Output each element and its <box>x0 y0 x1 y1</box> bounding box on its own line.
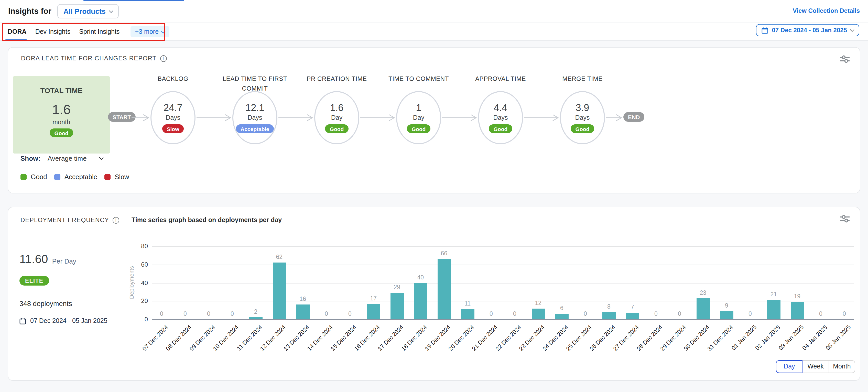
deployment-card-title: DEPLOYMENT FREQUENCY i <box>21 216 119 223</box>
gridline <box>152 301 854 302</box>
x-axis-tick-label: 25 Dec 2024 <box>545 324 593 372</box>
deployment-bar <box>720 311 733 319</box>
bar-value-label: 0 <box>503 311 526 317</box>
info-icon[interactable]: i <box>113 217 119 223</box>
granularity-day-button[interactable]: Day <box>776 360 803 373</box>
x-axis-tick-label: 10 Dec 2024 <box>192 324 240 372</box>
tab-dev-insights[interactable]: Dev Insights <box>35 28 71 35</box>
stage-unit: Day <box>413 114 424 121</box>
x-axis-tick-label: 17 Dec 2024 <box>357 324 405 372</box>
bar-value-label: 23 <box>692 290 714 296</box>
legend-swatch <box>54 174 60 180</box>
x-axis-tick-label: 31 Dec 2024 <box>686 324 734 372</box>
stage-circle: 3.9DaysGood <box>560 91 605 144</box>
bar-value-label: 17 <box>362 295 384 301</box>
x-axis-tick-label: 09 Dec 2024 <box>168 324 216 372</box>
view-collection-details-link[interactable]: View Collection Details <box>793 7 860 14</box>
stage-status-badge: Good <box>325 124 348 133</box>
stage-circle: 12.1DaysAcceptable <box>232 91 277 144</box>
stage-value: 1.6 <box>330 102 344 114</box>
status-legend: GoodAcceptableSlow <box>21 173 129 181</box>
deployment-bar <box>414 283 427 319</box>
stage-unit: Days <box>493 114 508 121</box>
show-metric-dropdown[interactable]: Show: Average time <box>21 155 103 162</box>
chart-settings-icon[interactable] <box>840 215 849 225</box>
bar-value-label: 0 <box>574 311 596 317</box>
tab-dora[interactable]: DORA <box>8 28 27 35</box>
stage-unit: Days <box>248 114 262 121</box>
performance-tier-badge: ELITE <box>20 276 49 285</box>
x-axis-tick-label: 22 Dec 2024 <box>474 324 522 372</box>
x-axis-tick-label: 28 Dec 2024 <box>616 324 663 372</box>
deployment-title-text: DEPLOYMENT FREQUENCY <box>21 216 109 223</box>
more-tabs-dropdown[interactable]: +3 more <box>130 26 169 37</box>
granularity-week-button[interactable]: Week <box>802 360 829 373</box>
total-time-status-badge: Good <box>50 128 73 137</box>
chevron-down-icon <box>850 27 855 32</box>
total-time-label: TOTAL TIME <box>13 87 110 95</box>
legend-swatch <box>21 174 27 180</box>
flow-arrow <box>278 114 313 122</box>
bar-value-label: 19 <box>786 293 808 299</box>
flow-arrow <box>196 114 231 122</box>
stage-status-badge: Slow <box>162 124 184 133</box>
chart-settings-icon[interactable] <box>840 55 849 65</box>
top-bar: Insights for All Products View Collectio… <box>0 0 868 23</box>
info-icon[interactable]: i <box>160 55 166 62</box>
deployment-bar <box>790 302 804 319</box>
deployment-rate-unit: Per Day <box>52 258 76 265</box>
x-axis-tick-label: 15 Dec 2024 <box>310 324 358 372</box>
x-axis-tick-label: 01 Jan 2025 <box>710 324 758 372</box>
bar-value-label: 0 <box>809 311 832 317</box>
deployment-date-range: 07 Dec 2024 - 05 Jan 2025 <box>20 317 107 325</box>
stage-status-badge: Good <box>407 124 430 133</box>
stage-value: 24.7 <box>163 102 182 114</box>
deployment-bar <box>461 309 474 319</box>
deployment-bar <box>767 300 780 319</box>
bar-value-label: 21 <box>762 292 785 298</box>
legend-item: Slow <box>104 173 129 181</box>
active-tab-underline <box>5 39 27 41</box>
stage-name: MERGE TIME <box>544 74 621 84</box>
product-selector-dropdown[interactable]: All Products <box>57 4 119 19</box>
deployment-bar <box>273 263 286 319</box>
stage-value: 3.9 <box>576 102 589 114</box>
deployment-bar <box>626 313 639 319</box>
stage-unit: Days <box>166 114 180 121</box>
stage-circle: 4.4DaysGood <box>478 91 523 144</box>
date-range-picker[interactable]: 07 Dec 2024 - 05 Jan 2025 <box>756 24 859 36</box>
chart-title: Time series graph based on deployments p… <box>131 216 282 223</box>
deployment-bar <box>555 314 568 319</box>
bar-value-label: 0 <box>150 311 173 317</box>
deployment-rate-value: 11.60 <box>20 252 48 266</box>
deployment-bar <box>390 293 404 319</box>
x-axis-tick-label: 26 Dec 2024 <box>568 324 616 372</box>
deployment-bar <box>531 308 545 319</box>
deployment-bar <box>602 312 615 319</box>
x-axis-tick-label: 18 Dec 2024 <box>380 324 428 372</box>
stage-name: LEAD TIME TO FIRST COMMIT <box>216 74 293 93</box>
x-axis-tick-label: 07 Dec 2024 <box>121 324 169 372</box>
legend-label: Slow <box>115 173 129 181</box>
stage-name: TIME TO COMMENT <box>380 74 457 84</box>
y-axis-tick: 80 <box>127 243 148 250</box>
granularity-month-button[interactable]: Month <box>829 360 856 373</box>
lead-time-card-title: DORA LEAD TIME FOR CHANGES REPORT i <box>21 55 166 62</box>
tab-sprint-insights[interactable]: Sprint Insights <box>79 28 120 35</box>
legend-label: Good <box>31 173 47 181</box>
stage-name: BACKLOG <box>134 74 211 84</box>
stage-value: 1 <box>416 102 421 114</box>
bar-value-label: 0 <box>668 311 691 317</box>
tabs: DORA Dev Insights Sprint Insights +3 mor… <box>8 23 169 40</box>
flow-arrow <box>131 114 150 122</box>
deployment-count: 348 deployments <box>20 300 72 307</box>
legend-item: Acceptable <box>54 173 97 181</box>
lead-time-title-text: DORA LEAD TIME FOR CHANGES REPORT <box>21 55 156 62</box>
x-axis-tick-label: 11 Dec 2024 <box>215 324 263 372</box>
y-axis-tick: 60 <box>127 261 148 268</box>
x-axis-tick-label: 20 Dec 2024 <box>427 324 475 372</box>
stage-name: PR CREATION TIME <box>299 74 375 84</box>
x-axis-tick-label: 21 Dec 2024 <box>451 324 499 372</box>
flow-arrow <box>606 114 622 122</box>
deployment-bar <box>696 298 710 319</box>
